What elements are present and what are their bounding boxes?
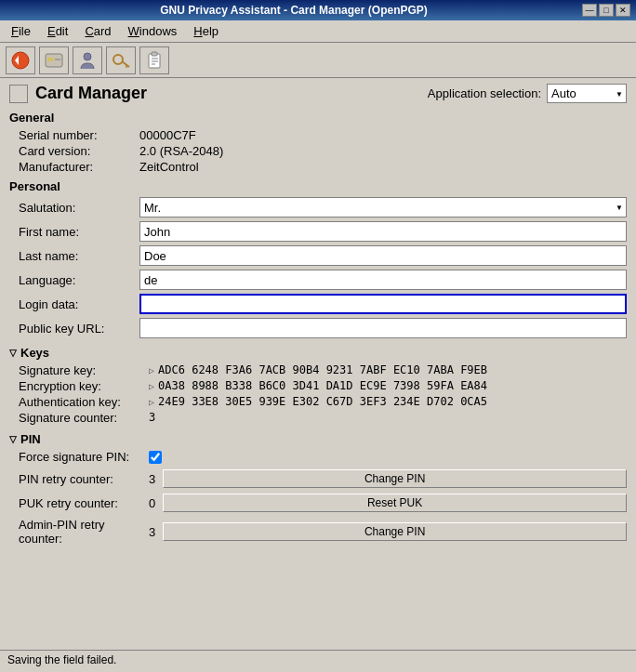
first-name-input[interactable] [139,221,627,242]
back-icon [11,51,30,70]
force-sig-row: Force signature PIN: [19,450,627,464]
maximize-button[interactable]: □ [599,4,614,17]
signature-key-value: ▷ ADC6 6248 F3A6 7ACB 90B4 9231 7ABF EC1… [149,363,627,376]
admin-pin-retry-value: 3 [149,525,155,539]
app-selection-wrapper: Auto OpenPGP PIV [547,84,627,103]
app-title: Card Manager [9,84,147,103]
encryption-key-label: Encryption key: [19,379,149,393]
salutation-label: Salutation: [19,201,139,215]
back-button[interactable] [6,46,35,74]
salutation-wrapper: Mr. Mrs. Ms. Dr. [139,197,627,217]
language-input[interactable] [139,270,627,290]
svg-point-5 [84,53,91,60]
keys-section: Signature key: ▷ ADC6 6248 F3A6 7ACB 90B… [19,363,627,425]
person-icon [77,50,98,71]
app-selection-select[interactable]: Auto OpenPGP PIV [547,84,627,103]
admin-pin-retry-label: Admin-PIN retry counter: [19,518,149,546]
force-sig-label: Force signature PIN: [19,450,149,464]
signature-counter-value: 3 [149,411,627,424]
salutation-select[interactable]: Mr. Mrs. Ms. Dr. [139,197,627,217]
svg-point-6 [113,55,123,64]
auth-key-hex: 24E9 33E8 30E5 939E E302 C67D 3EF3 234E … [158,395,487,408]
personal-form-grid: Salutation: Mr. Mrs. Ms. Dr. First name:… [19,197,627,338]
menu-card[interactable]: Card [77,22,118,40]
svg-line-7 [122,61,129,67]
minimize-button[interactable]: — [582,4,597,17]
menu-bar: File Edit Card Windows Help [0,20,636,43]
menu-edit[interactable]: Edit [40,22,75,40]
pin-retry-label: PIN retry counter: [19,472,149,486]
svg-rect-3 [47,58,53,61]
change-pin-button[interactable]: Change PIN [163,469,627,488]
title-bar-controls: — □ ✕ [582,4,630,17]
reset-puk-button[interactable]: Reset PUK [163,494,627,512]
signature-key-row: Signature key: ▷ ADC6 6248 F3A6 7ACB 90B… [19,363,627,377]
title-bar: GNU Privacy Assistant - Card Manager (Op… [0,0,636,20]
sig-key-hex: ADC6 6248 F3A6 7ACB 90B4 9231 7ABF EC10 … [158,363,487,376]
svg-rect-10 [152,52,157,56]
app-icon [9,85,28,103]
clipboard-icon [144,50,165,71]
encryption-key-value: ▷ 0A38 8988 B338 B6C0 3D41 DA1D EC9E 739… [149,379,627,392]
puk-retry-value: 0 [149,496,155,510]
login-data-input[interactable] [139,294,627,314]
authentication-key-row: Authentication key: ▷ 24E9 33E8 30E5 939… [19,395,627,409]
app-selection-label: Application selection: [428,86,541,100]
app-selection: Application selection: Auto OpenPGP PIV [428,84,627,103]
serial-number-label: Serial number: [19,128,139,142]
menu-windows[interactable]: Windows [121,22,185,40]
keys-section-header[interactable]: ▽ Keys [9,346,627,360]
sig-key-arrow: ▷ [149,365,154,376]
status-message: Saving the field failed. [7,653,116,666]
card-button[interactable] [39,46,69,74]
pin-grid: PIN retry counter: 3 Change PIN PUK retr… [19,469,627,546]
menu-file[interactable]: File [4,22,38,40]
public-key-url-label: Public key URL: [19,322,139,336]
card-version-label: Card version: [19,144,139,158]
general-section-header: General [9,111,627,125]
language-label: Language: [19,273,139,287]
keys-title: Keys [20,346,49,360]
pin-triangle: ▽ [9,434,17,444]
pin-retry-value: 3 [149,472,155,486]
signature-key-label: Signature key: [19,363,149,377]
key-button[interactable] [106,46,136,74]
manufacturer-value: ZeitControl [139,160,627,174]
pin-section-header[interactable]: ▽ PIN [9,432,627,446]
signature-counter-label: Signature counter: [19,411,149,425]
first-name-label: First name: [19,225,139,239]
clipboard-button[interactable] [139,46,169,74]
close-button[interactable]: ✕ [616,4,630,17]
person-button[interactable] [73,46,102,74]
card-version-value: 2.0 (RSA-2048) [139,144,627,158]
page-title: Card Manager [35,84,147,103]
force-sig-checkbox[interactable] [149,451,162,464]
key-icon [111,50,131,71]
enc-key-arrow: ▷ [149,381,154,391]
personal-section-header: Personal [9,179,627,193]
general-info-grid: Serial number: 00000C7F Card version: 2.… [19,128,627,174]
authentication-key-label: Authentication key: [19,395,149,409]
authentication-key-value: ▷ 24E9 33E8 30E5 939E E302 C67D 3EF3 234… [149,395,627,408]
svg-point-0 [12,52,29,69]
card-icon [44,50,64,71]
keys-triangle: ▽ [9,348,17,358]
status-bar: Saving the field failed. [0,650,636,672]
puk-retry-label: PUK retry counter: [19,496,149,510]
encryption-key-row: Encryption key: ▷ 0A38 8988 B338 B6C0 3D… [19,379,627,393]
auth-key-arrow: ▷ [149,397,154,407]
menu-help[interactable]: Help [186,22,226,40]
main-content: Card Manager Application selection: Auto… [0,78,636,646]
last-name-label: Last name: [19,249,139,263]
last-name-input[interactable] [139,245,627,266]
enc-key-hex: 0A38 8988 B338 B6C0 3D41 DA1D EC9E 7398 … [158,379,487,392]
title-bar-title: GNU Privacy Assistant - Card Manager (Op… [6,4,582,17]
manufacturer-label: Manufacturer: [19,160,139,174]
signature-counter-row: Signature counter: 3 [19,411,627,425]
login-data-label: Login data: [19,297,139,311]
header-row: Card Manager Application selection: Auto… [9,84,627,103]
toolbar [0,43,636,78]
change-admin-pin-button[interactable]: Change PIN [163,522,627,541]
serial-number-value: 00000C7F [139,128,627,142]
public-key-url-input[interactable] [139,318,627,338]
